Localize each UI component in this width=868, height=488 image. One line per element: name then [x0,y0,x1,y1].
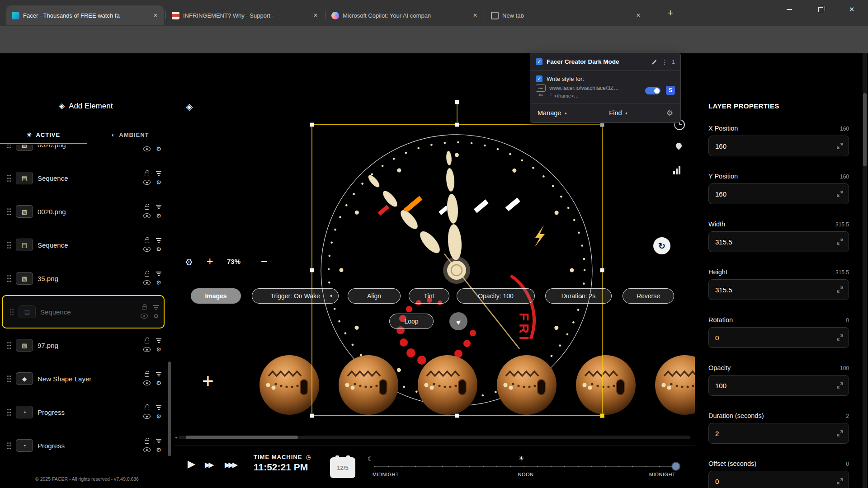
drag-handle-icon[interactable] [7,375,11,382]
layer-settings-gear-icon[interactable]: ⚙ [156,413,161,420]
lock-icon[interactable] [142,306,146,310]
selection-handle[interactable] [310,123,314,127]
browser-tab-newtab[interactable]: New tab ✕ [486,5,646,25]
property-input[interactable] [708,279,849,300]
drag-handle-icon[interactable] [7,442,11,449]
scrollbar-thumb[interactable] [186,436,298,439]
property-input[interactable] [708,375,849,396]
property-input[interactable] [708,231,849,252]
lock-icon[interactable] [145,239,149,243]
page-scrollbar-thumb[interactable] [863,93,867,166]
tab-active[interactable]: ☀ ACTIVE [0,126,87,144]
layer-stack-icon[interactable]: ◈ [186,101,193,112]
send-button[interactable]: ► [449,312,467,330]
layer-settings-gear-icon[interactable]: ⚙ [156,346,161,353]
find-button[interactable]: Find [609,109,622,117]
property-input[interactable] [708,327,849,348]
reverse-pill[interactable]: Reverse [623,288,674,304]
layer-row[interactable]: Progress ⚙ [0,395,166,429]
minimize-button[interactable] [774,0,805,19]
visibility-eye-icon[interactable] [141,314,148,319]
filter-icon[interactable] [156,238,161,243]
drag-handle-icon[interactable] [7,275,11,282]
canvas-settings-gear-icon[interactable]: ⚙ [185,257,193,267]
layer-settings-gear-icon[interactable]: ⚙ [156,212,161,219]
layer-row[interactable]: 35.png ⚙ [0,262,166,295]
visibility-eye-icon[interactable] [143,447,151,452]
edit-pencil-icon[interactable] [651,59,657,65]
layer-settings-gear-icon[interactable]: ⚙ [156,380,161,386]
drag-handle-icon[interactable] [7,145,11,148]
drag-handle-icon[interactable] [7,175,11,182]
loop-pill[interactable]: Loop [389,314,434,329]
filter-icon[interactable] [156,272,161,276]
date-chip[interactable]: 12/5 [330,457,355,478]
selection-handle[interactable] [455,414,459,418]
selection-handle[interactable] [600,268,604,272]
drag-handle-icon[interactable] [7,409,11,416]
layer-settings-gear-icon[interactable]: ⚙ [153,313,159,319]
property-input[interactable] [708,136,849,156]
write-style-checkbox[interactable]: ✓ [536,75,542,82]
duration-pill[interactable]: Duration: 2s [545,288,612,304]
browser-tab-support[interactable]: INFRINGEMENT? Why - Support - ✕ [166,5,324,25]
tab-close-button[interactable]: ✕ [151,11,160,20]
chart-tool-icon[interactable] [673,166,683,174]
selection-handle[interactable] [600,414,604,418]
tint-pill[interactable]: Tint [409,288,449,304]
lock-icon[interactable] [145,173,149,176]
style-enabled-checkbox[interactable]: ✓ [536,58,542,65]
style-toggle[interactable] [645,87,660,94]
fast-forward-button[interactable]: ▶▶ [205,460,212,469]
visibility-eye-icon[interactable] [143,247,151,252]
layer-row[interactable]: 0020.png ⚙ [0,145,166,161]
timeline-handle[interactable] [671,462,680,471]
layer-row[interactable]: Sequence ⚙ [0,228,166,262]
property-input[interactable] [708,423,849,444]
filter-icon[interactable] [153,305,159,310]
trigger-pill[interactable]: Trigger: On Wake [252,288,339,304]
drag-handle-icon[interactable] [7,208,11,215]
add-layer-plus-button[interactable]: + [202,370,214,392]
new-tab-button[interactable]: + [664,7,677,19]
align-pill[interactable]: Align [348,288,401,304]
tab-close-button[interactable]: ✕ [634,11,643,20]
style-row[interactable]: ✓ Facer Creator Dark Mode ⋮ 1 [530,53,680,71]
visibility-eye-icon[interactable] [143,347,151,352]
lock-icon[interactable] [145,340,149,343]
browser-tab-facer[interactable]: Facer - Thousands of FREE watch fa ✕ [6,5,164,25]
images-pill[interactable]: Images [191,288,241,304]
popup-settings-gear-icon[interactable]: ⚙ [666,108,673,118]
filter-icon[interactable] [156,338,161,343]
layer-row-selected[interactable]: Sequence ⚙ [2,295,165,328]
close-button[interactable]: ✕ [836,0,867,19]
property-input[interactable] [708,471,849,488]
layer-settings-gear-icon[interactable]: ⚙ [156,179,161,186]
play-button[interactable]: ▶ [188,458,195,470]
tab-close-button[interactable]: ✕ [471,11,480,20]
drag-handle-icon[interactable] [7,242,11,249]
expand-icon[interactable] [836,286,844,293]
timeline-track[interactable] [374,466,677,467]
selection-handle[interactable] [310,268,314,272]
zoom-in-button[interactable]: + [207,255,213,268]
drag-handle-icon[interactable] [7,342,11,349]
expand-icon[interactable] [836,334,844,341]
selection-handle[interactable] [310,414,314,418]
visibility-eye-icon[interactable] [143,414,151,419]
filter-icon[interactable] [156,205,161,209]
layer-row[interactable]: New Shape Layer ⚙ [0,362,166,395]
add-element-button[interactable]: ◈ Add Element [59,101,113,111]
fastest-forward-button[interactable]: ▶▶▶ [225,460,236,469]
scroll-left-icon[interactable]: ◂ [175,435,177,440]
tab-ambient[interactable]: ◐ AMBIENT [87,126,174,144]
expand-icon[interactable] [836,478,844,485]
property-input[interactable] [708,183,849,204]
kebab-menu-icon[interactable]: ⋮ [661,58,668,66]
visibility-eye-icon[interactable] [143,146,151,151]
rotate-handle[interactable] [455,100,459,104]
visibility-eye-icon[interactable] [143,180,151,185]
tab-close-button[interactable]: ✕ [311,11,320,20]
layer-row[interactable]: Progress ⚙ [0,429,166,462]
expand-icon[interactable] [836,430,844,437]
